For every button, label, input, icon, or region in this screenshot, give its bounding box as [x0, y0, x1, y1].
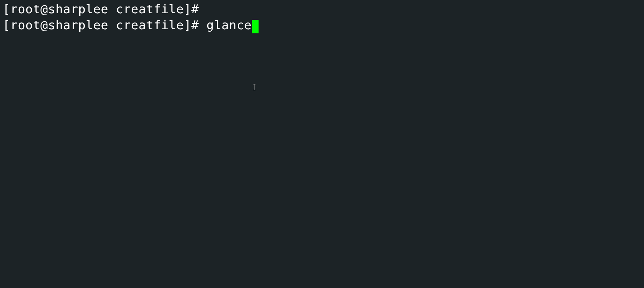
- shell-prompt: [root@sharplee creatfile]#: [3, 2, 199, 16]
- terminal-cursor: [252, 20, 259, 33]
- terminal-line-2[interactable]: [root@sharplee creatfile]# glance: [3, 17, 641, 33]
- text-cursor-icon: [254, 84, 254, 90]
- command-text: glance: [207, 18, 252, 32]
- shell-prompt: [root@sharplee creatfile]#: [3, 18, 199, 32]
- terminal-line-1[interactable]: [root@sharplee creatfile]#: [3, 1, 641, 17]
